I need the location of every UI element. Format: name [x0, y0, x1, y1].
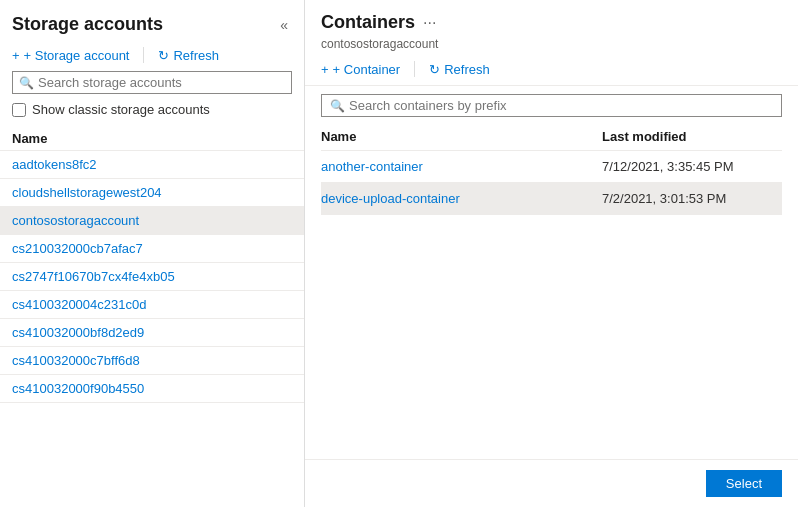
- account-list-item[interactable]: cs2747f10670b7cx4fe4xb05: [0, 263, 304, 291]
- account-list-item[interactable]: cs410032000bf8d2ed9: [0, 319, 304, 347]
- left-panel: Storage accounts « + + Storage account ↻…: [0, 0, 305, 507]
- containers-table: Name Last modified another-container7/12…: [305, 121, 798, 459]
- refresh-icon-right: ↻: [429, 62, 440, 77]
- left-refresh-label: Refresh: [173, 48, 219, 63]
- account-list: aadtokens8fc2cloudshellstoragewest204con…: [0, 151, 304, 507]
- right-refresh-label: Refresh: [444, 62, 490, 77]
- toolbar-separator: [143, 47, 144, 63]
- account-list-item[interactable]: cs410032000f90b4550: [0, 375, 304, 403]
- more-options-icon[interactable]: ···: [423, 14, 436, 32]
- account-list-item[interactable]: cs410032000c7bff6d8: [0, 347, 304, 375]
- right-panel-title-row: Containers ···: [321, 12, 436, 33]
- left-refresh-button[interactable]: ↻ Refresh: [158, 48, 219, 63]
- account-list-item[interactable]: cloudshellstoragewest204: [0, 179, 304, 207]
- classic-accounts-checkbox[interactable]: [12, 103, 26, 117]
- container-name: device-upload-container: [321, 191, 602, 206]
- add-storage-label: + Storage account: [24, 48, 130, 63]
- right-toolbar: + + Container ↻ Refresh: [305, 57, 798, 86]
- col-name-header: Name: [321, 129, 602, 144]
- classic-accounts-label: Show classic storage accounts: [32, 102, 210, 117]
- container-last-modified: 7/12/2021, 3:35:45 PM: [602, 159, 782, 174]
- add-storage-account-button[interactable]: + + Storage account: [12, 48, 129, 63]
- right-panel: Containers ··· contosostoragaccount + + …: [305, 0, 798, 507]
- left-toolbar: + + Storage account ↻ Refresh: [0, 43, 304, 71]
- right-toolbar-separator: [414, 61, 415, 77]
- select-button[interactable]: Select: [706, 470, 782, 497]
- storage-search-wrapper: 🔍: [12, 71, 292, 94]
- add-container-button[interactable]: + + Container: [321, 62, 400, 77]
- account-list-item[interactable]: cs210032000cb7afac7: [0, 235, 304, 263]
- container-row[interactable]: another-container7/12/2021, 3:35:45 PM: [321, 151, 782, 183]
- refresh-icon-left: ↻: [158, 48, 169, 63]
- container-search-wrapper: 🔍: [321, 94, 782, 117]
- add-icon: +: [12, 48, 20, 63]
- storage-search-icon: 🔍: [19, 76, 34, 90]
- right-panel-header: Containers ···: [305, 0, 798, 37]
- add-container-label: + Container: [333, 62, 401, 77]
- container-last-modified: 7/2/2021, 3:01:53 PM: [602, 191, 782, 206]
- left-search-area: 🔍 Show classic storage accounts: [0, 71, 304, 125]
- table-header: Name Last modified: [321, 121, 782, 151]
- container-search-input[interactable]: [349, 98, 773, 113]
- container-search-icon: 🔍: [330, 99, 345, 113]
- bottom-bar: Select: [305, 459, 798, 507]
- account-list-item[interactable]: aadtokens8fc2: [0, 151, 304, 179]
- storage-account-subtitle: contosostoragaccount: [305, 37, 798, 57]
- add-container-icon: +: [321, 62, 329, 77]
- collapse-button[interactable]: «: [276, 15, 292, 35]
- container-row[interactable]: device-upload-container7/2/2021, 3:01:53…: [321, 183, 782, 215]
- accounts-list-header: Name: [0, 125, 304, 151]
- left-panel-title: Storage accounts: [12, 14, 163, 35]
- right-refresh-button[interactable]: ↻ Refresh: [429, 62, 490, 77]
- account-list-item[interactable]: contosostoragaccount: [0, 207, 304, 235]
- col-modified-header: Last modified: [602, 129, 782, 144]
- container-search-area: 🔍: [305, 86, 798, 121]
- main-layout: Storage accounts « + + Storage account ↻…: [0, 0, 798, 507]
- classic-accounts-row: Show classic storage accounts: [12, 100, 292, 119]
- container-name: another-container: [321, 159, 602, 174]
- right-panel-title: Containers: [321, 12, 415, 33]
- account-list-item[interactable]: cs4100320004c231c0d: [0, 291, 304, 319]
- storage-search-input[interactable]: [38, 75, 285, 90]
- left-panel-header: Storage accounts «: [0, 0, 304, 43]
